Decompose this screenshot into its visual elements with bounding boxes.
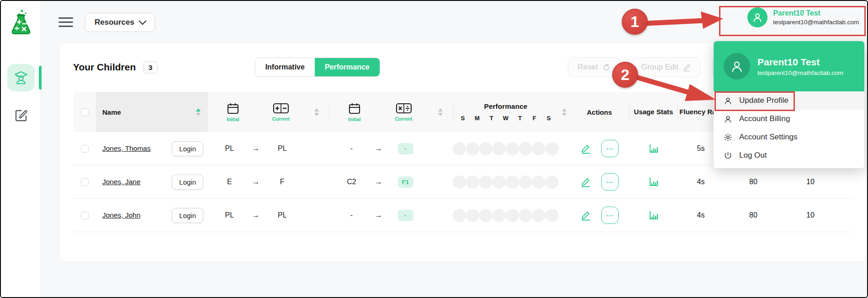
current-level-pill: - — [398, 210, 413, 221]
add-current-value: PL — [261, 211, 304, 219]
current-level-pill: F1 — [398, 176, 413, 188]
usage-header-label: Usage Stats — [634, 108, 673, 117]
usage-chart-icon[interactable] — [649, 210, 659, 220]
header-add-current[interactable]: Current — [258, 92, 304, 132]
header-performance: Performance SM TW TF S — [453, 92, 558, 132]
actions-header-label: Actions — [587, 108, 612, 116]
add-levels: E → F — [208, 177, 304, 186]
mult-initial-value: C2 — [329, 178, 374, 186]
pencil-icon — [683, 64, 691, 71]
select-all-checkbox[interactable] — [81, 108, 89, 116]
edit-pencil-icon[interactable] — [580, 176, 591, 187]
toolbar-buttons: Reset Group Edit St — [568, 57, 739, 77]
table-row: Jones, John Login PL → PL - → - — [73, 199, 852, 232]
header-add-initial[interactable]: Initial — [208, 92, 258, 132]
reset-button[interactable]: Reset — [568, 57, 619, 77]
page-title: Your Children — [73, 62, 136, 73]
usage-chart-icon[interactable] — [649, 177, 659, 187]
header-name[interactable]: Name — [96, 92, 208, 132]
menu-item-log-out[interactable]: Log Out — [714, 146, 864, 165]
fluency-value: 5s — [697, 144, 705, 153]
user-chip[interactable]: Parent10 Test testparent10@mathfactlab.c… — [747, 7, 859, 27]
power-icon — [724, 151, 732, 160]
mult-levels: - → - — [329, 143, 428, 154]
person-icon — [724, 115, 732, 123]
performance-dots — [453, 176, 558, 189]
reset-label: Reset — [577, 63, 598, 72]
mult-initial-value: - — [329, 144, 374, 153]
resources-dropdown-button[interactable]: Resources — [85, 13, 155, 32]
performance-dots — [453, 209, 558, 222]
active-indicator — [39, 66, 42, 90]
calendar-icon — [348, 102, 361, 114]
arrow-right-icon: → — [374, 211, 383, 220]
edit-pencil-icon[interactable] — [580, 210, 591, 221]
arrow-right-icon: → — [374, 177, 383, 186]
sort-icon[interactable] — [196, 108, 201, 116]
name-header-label: Name — [102, 108, 121, 116]
sidebar — [1, 1, 41, 297]
row-checkbox[interactable] — [81, 212, 89, 219]
day-letters: SM TW TF S — [453, 115, 558, 122]
extra-value: 10 — [806, 178, 815, 186]
row-checkbox[interactable] — [81, 178, 89, 186]
mult-initial-value: - — [329, 211, 374, 219]
menu-item-account-settings[interactable]: Account Settings — [714, 128, 864, 146]
child-name-link[interactable]: Jones, Thomas — [102, 144, 151, 153]
performance-dots — [453, 142, 558, 155]
menu-item-label: Account Settings — [739, 133, 798, 142]
menu-item-account-billing[interactable]: Account Billing — [714, 110, 864, 128]
add-initial-value: E — [208, 178, 251, 186]
more-options-button[interactable]: ... — [601, 173, 619, 191]
mathfactlab-flask-logo[interactable] — [8, 8, 34, 36]
initial-label: Initial — [348, 117, 360, 122]
add-current-value: F — [261, 178, 304, 186]
child-name-link[interactable]: Jones, John — [102, 211, 141, 219]
login-button[interactable]: Login — [172, 141, 203, 156]
group-edit-button[interactable]: Group Edit — [632, 57, 700, 77]
sort-icon[interactable] — [558, 92, 570, 132]
person-icon — [730, 59, 744, 73]
login-button[interactable]: Login — [172, 208, 203, 223]
add-levels: PL → PL — [208, 211, 304, 220]
add-levels: PL → PL — [208, 144, 304, 153]
app-frame: Resources Parent10 Test testparent10@mat… — [0, 0, 868, 298]
tab-informative[interactable]: Informative — [255, 58, 315, 76]
calendar-icon — [227, 102, 239, 114]
header-mult-initial[interactable]: Initial — [329, 92, 380, 132]
hamburger-menu-icon[interactable] — [58, 15, 73, 30]
add-subtract-icon — [273, 103, 289, 114]
arrow-right-icon: → — [251, 177, 261, 186]
header-mult-current[interactable]: Current — [380, 92, 428, 132]
user-name: Parent10 Test — [773, 9, 859, 17]
mult-levels: C2 → F1 — [329, 176, 428, 188]
person-icon — [724, 96, 732, 105]
more-options-button[interactable]: ... — [601, 140, 619, 157]
add-current-value: PL — [261, 144, 304, 153]
person-icon — [752, 12, 763, 23]
child-name-link[interactable]: Jones, Jane — [102, 178, 141, 186]
sort-icon[interactable] — [428, 92, 453, 132]
multiply-divide-icon — [396, 103, 412, 114]
menu-item-update-profile[interactable]: Update Profile — [714, 91, 864, 110]
sidebar-item-students[interactable] — [7, 64, 35, 91]
login-button[interactable]: Login — [172, 175, 203, 190]
sidebar-item-edit[interactable] — [7, 101, 35, 129]
initial-label: Initial — [227, 117, 239, 122]
more-options-button[interactable]: ... — [601, 207, 619, 224]
extra-value: 10 — [806, 211, 815, 219]
children-count-badge: 3 — [143, 61, 158, 74]
row-checkbox[interactable] — [81, 145, 89, 153]
current-level-pill: - — [398, 143, 413, 154]
menu-item-label: Account Billing — [739, 114, 790, 123]
table-row: Jones, Jane Login E → F C2 → F1 — [73, 165, 852, 199]
avatar — [724, 53, 750, 80]
view-toggle: Informative Performance — [255, 58, 380, 77]
edit-pencil-icon[interactable] — [580, 143, 591, 154]
usage-chart-icon[interactable] — [649, 144, 659, 154]
arrow-right-icon: → — [251, 211, 261, 220]
dropdown-user-email: testparent10@mathfactlab.com — [757, 69, 843, 76]
tab-performance[interactable]: Performance — [315, 58, 380, 76]
mult-levels: - → - — [329, 210, 428, 221]
sort-icon[interactable] — [304, 92, 329, 132]
